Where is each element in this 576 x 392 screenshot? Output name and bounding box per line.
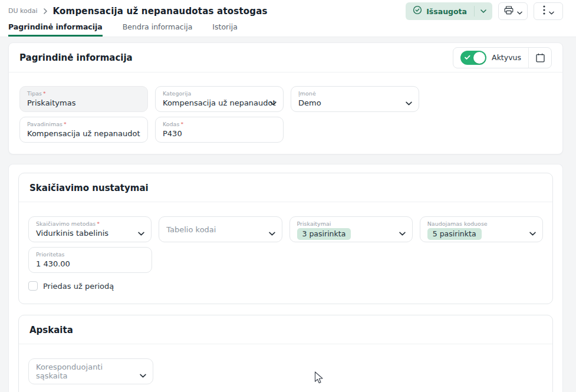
naudojamas-koduose-label: Naudojamas koduose <box>427 220 535 228</box>
priedas-checkbox-label: Priedas už periodą <box>43 282 114 291</box>
status-toggle-group: Aktyvus <box>453 47 552 68</box>
apskaita-title: Apskaita <box>29 325 73 335</box>
kategorija-select[interactable]: Kategorija Kompensacija už nepanaudotas <box>155 86 284 112</box>
prioritetas-label: Prioritetas <box>36 251 144 258</box>
calendar-button[interactable] <box>529 48 551 68</box>
tab-bar: Pagrindinė informacija Bendra informacij… <box>8 22 238 37</box>
pavadinimas-input[interactable]: Pavadinimas* Kompensacija už nepanaudota… <box>19 117 148 143</box>
priskaitymai-count-badge: 3 pasirinkta <box>297 228 351 240</box>
breadcrumb-parent-link[interactable]: DU kodai <box>8 7 38 15</box>
apskaita-body: Koresponduojanti sąskaita <box>19 344 552 392</box>
pavadinimas-value: Kompensacija už nepanaudotas a <box>27 129 140 139</box>
kodas-value: P430 <box>163 129 276 139</box>
saved-button[interactable]: Išsaugota <box>406 2 474 20</box>
skaiciavimo-metodas-value: Vidurkinis tabelinis <box>36 228 144 239</box>
priedas-checkbox[interactable] <box>28 281 38 291</box>
chevron-down-icon <box>140 369 146 380</box>
breadcrumb: DU kodai Kompensacija už nepanaudotas at… <box>8 5 268 17</box>
top-bar: DU kodai Kompensacija už nepanaudotas at… <box>0 0 576 37</box>
chevron-down-icon <box>399 227 406 238</box>
chevron-down-icon <box>529 227 536 238</box>
chevron-down-icon <box>138 227 144 238</box>
calc-title: Skaičiavimo nustatymai <box>29 183 149 193</box>
saved-split-button[interactable]: Išsaugota <box>406 2 492 20</box>
more-actions-button[interactable] <box>534 2 563 20</box>
calendar-icon <box>536 53 545 62</box>
skaiciavimo-metodas-select[interactable]: Skaičiavimo metodas* Vidurkinis tabelini… <box>28 216 152 242</box>
calc-header: Skaičiavimo nustatymai <box>19 173 552 202</box>
print-button[interactable] <box>498 2 528 20</box>
active-toggle-label: Aktyvus <box>492 53 521 62</box>
kategorija-value: Kompensacija už nepanaudotas <box>163 98 276 108</box>
card-pagrindine-informacija: Pagrindinė informacija Aktyvus Tipas* Pr… <box>8 42 563 154</box>
chevron-down-icon <box>517 6 522 17</box>
settings-container: Skaičiavimo nustatymai Skaičiavimo metod… <box>8 164 563 392</box>
tipas-label: Tipas* <box>27 90 140 97</box>
saved-caret-button[interactable] <box>475 2 492 20</box>
card-main-header: Pagrindinė informacija Aktyvus <box>9 43 562 73</box>
active-toggle[interactable]: Aktyvus <box>453 48 528 68</box>
apskaita-header: Apskaita <box>19 315 552 344</box>
card-main-body: Tipas* Priskaitymas Kategorija Kompensac… <box>9 73 562 158</box>
toggle-knob <box>473 52 485 64</box>
panel-apskaita: Apskaita Koresponduojanti sąskaita <box>18 315 553 392</box>
koresponduojanti-saskaita-select[interactable]: Koresponduojanti sąskaita <box>28 358 153 384</box>
calc-body: Skaičiavimo metodas* Vidurkinis tabelini… <box>19 202 552 304</box>
tipas-field: Tipas* Priskaitymas <box>19 86 148 112</box>
printer-icon <box>504 6 514 17</box>
card-main-title: Pagrindinė informacija <box>19 52 133 63</box>
tab-istorija[interactable]: Istorija <box>212 22 238 37</box>
tabelio-kodai-placeholder: Tabelio kodai <box>166 220 274 238</box>
naudojamas-koduose-select[interactable]: Naudojamas koduose 5 pasirinkta <box>420 216 543 242</box>
pavadinimas-label: Pavadinimas* <box>27 121 140 128</box>
koresponduojanti-saskaita-placeholder: Koresponduojanti sąskaita <box>36 363 146 380</box>
chevron-down-icon <box>269 227 275 238</box>
kebab-icon <box>543 5 545 17</box>
priskaitymai-label: Priskaitymai <box>297 220 405 228</box>
tab-bendra-informacija[interactable]: Bendra informacija <box>123 22 193 37</box>
check-circle-icon <box>413 5 422 17</box>
imone-value: Demo <box>298 98 412 108</box>
page-title: Kompensacija už nepanaudotas atostogas <box>53 6 268 17</box>
imone-select[interactable]: Įmonė Demo <box>291 86 419 112</box>
imone-label: Įmonė <box>298 90 412 97</box>
panel-skaiciavimo-nustatymai: Skaičiavimo nustatymai Skaičiavimo metod… <box>18 173 553 304</box>
naudojamas-koduose-count-badge: 5 pasirinkta <box>427 228 482 240</box>
tipas-value: Priskaitymas <box>27 98 140 108</box>
toggle-switch-icon[interactable] <box>460 51 486 65</box>
prioritetas-value: 1 430.00 <box>36 259 144 269</box>
tabelio-kodai-select[interactable]: Tabelio kodai <box>159 216 282 242</box>
chevron-down-icon <box>549 6 554 17</box>
kategorija-label: Kategorija <box>163 90 276 97</box>
skaiciavimo-metodas-label: Skaičiavimo metodas* <box>36 220 144 228</box>
header-actions: Išsaugota <box>406 2 563 20</box>
breadcrumb-chevron-icon <box>43 5 48 17</box>
prioritetas-input[interactable]: Prioritetas 1 430.00 <box>28 247 152 273</box>
priskaitymai-select[interactable]: Priskaitymai 3 pasirinkta <box>289 216 413 242</box>
saved-button-label: Išsaugota <box>426 7 467 16</box>
chevron-down-icon <box>406 97 412 108</box>
kodas-input[interactable]: Kodas* P430 <box>155 117 284 143</box>
priedas-checkbox-row[interactable]: Priedas už periodą <box>28 281 543 291</box>
chevron-down-icon <box>270 97 277 108</box>
kodas-label: Kodas* <box>163 121 276 128</box>
tab-pagrindine-informacija[interactable]: Pagrindinė informacija <box>8 22 103 37</box>
